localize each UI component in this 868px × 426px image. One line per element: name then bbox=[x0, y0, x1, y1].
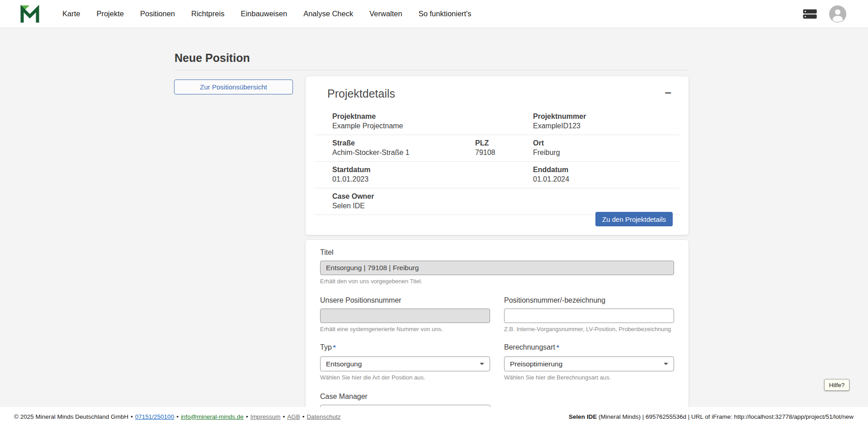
datenschutz-link[interactable]: Datenschutz bbox=[307, 413, 340, 420]
project-field-projektname: Projektname Example Projectname bbox=[332, 112, 533, 131]
project-field-value: 01.01.2023 bbox=[332, 174, 533, 184]
field-unsere-positionsnummer: Unsere Positionsnummer Erhält eine syste… bbox=[320, 296, 490, 333]
project-field-value: ExampleID123 bbox=[533, 121, 680, 131]
project-field-label: Projektnummer bbox=[533, 112, 680, 121]
titel-input bbox=[320, 261, 674, 275]
project-details-table: Projektname Example Projectname Projektn… bbox=[315, 108, 680, 215]
user-avatar-icon bbox=[829, 5, 846, 23]
project-field-case-owner: Case Owner Selen IDE bbox=[332, 192, 680, 211]
table-row: Startdatum 01.01.2023 Enddatum 01.01.202… bbox=[315, 162, 680, 188]
mineral-minds-logo-icon bbox=[20, 5, 40, 23]
berechnungsart-select[interactable]: Preisoptimierung bbox=[504, 356, 674, 371]
main-navigation: Karte Projekte Positionen Richtpreis Ein… bbox=[62, 9, 472, 18]
project-field-label: Case Owner bbox=[332, 192, 680, 201]
session-details: (Mineral Minds) | 69576255536d | URL of … bbox=[597, 413, 854, 420]
zur-positionsuebersicht-button[interactable]: Zur Positionsübersicht bbox=[174, 80, 293, 94]
typ-select[interactable]: Entsorgung bbox=[320, 356, 490, 371]
typ-helper-text: Wählen Sie hier die Art der Position aus… bbox=[320, 374, 490, 381]
positionsnummer-label: Positionsnummer/-bezeichnung bbox=[504, 296, 605, 305]
nav-item-so-funktionierts[interactable]: So funktioniert's bbox=[419, 9, 472, 18]
server-icon bbox=[802, 8, 817, 20]
nav-item-einbauweisen[interactable]: Einbauweisen bbox=[241, 9, 287, 18]
project-field-label: Startdatum bbox=[332, 165, 533, 174]
unsere-positionsnummer-label: Unsere Positionsnummer bbox=[320, 296, 401, 305]
unsere-positionsnummer-helper-text: Erhält eine systemgenerierte Nummer von … bbox=[320, 326, 490, 333]
berechnungsart-helper-text: Wählen Sie hier die Berechnungsart aus. bbox=[504, 374, 674, 381]
footer-separator: • bbox=[176, 413, 179, 420]
footer-separator: • bbox=[302, 413, 305, 420]
project-field-value: 01.01.2024 bbox=[533, 174, 680, 184]
project-field-projektnummer: Projektnummer ExampleID123 bbox=[533, 112, 680, 131]
project-field-label: PLZ bbox=[475, 138, 533, 148]
hilfe-button[interactable]: Hilfe? bbox=[824, 379, 849, 391]
mineral-minds-logo[interactable] bbox=[20, 5, 40, 23]
project-field-value: Selen IDE bbox=[332, 201, 680, 211]
nav-item-karte[interactable]: Karte bbox=[62, 9, 80, 18]
new-position-form-card: Titel Erhält den von uns vorgegebenen Ti… bbox=[306, 240, 689, 426]
project-field-value: Achim-Stocker-Straße 1 bbox=[332, 148, 475, 157]
copyright-text: © 2025 Mineral Minds Deutschland GmbH bbox=[14, 413, 128, 420]
positionsnummer-helper-text: Z.B. Interne-Vorgangsnummer, LV-Position… bbox=[504, 326, 674, 333]
agb-link[interactable]: AGB bbox=[287, 413, 300, 420]
table-row: Projektname Example Projectname Projektn… bbox=[315, 108, 680, 135]
berechnungsart-label: Berechnungsart bbox=[504, 343, 555, 352]
session-user: Selen IDE bbox=[569, 413, 597, 420]
project-field-ort: Ort Freiburg bbox=[533, 138, 680, 157]
titel-label: Titel bbox=[320, 248, 334, 257]
project-field-value: Example Projectname bbox=[332, 121, 533, 131]
project-field-value: Freiburg bbox=[533, 148, 680, 157]
nav-item-analyse-check[interactable]: Analyse Check bbox=[303, 9, 353, 18]
footer-separator: • bbox=[246, 413, 248, 420]
footer-left: © 2025 Mineral Minds Deutschland GmbH • … bbox=[14, 413, 340, 420]
email-link[interactable]: info@mineral-minds.de bbox=[181, 413, 244, 420]
phone-link[interactable]: 07151/250100 bbox=[135, 413, 174, 420]
project-field-strasse: Straße Achim-Stocker-Straße 1 bbox=[332, 138, 475, 157]
positionsnummer-input[interactable] bbox=[504, 309, 674, 323]
required-asterisk: * bbox=[557, 343, 559, 351]
typ-label: Typ bbox=[320, 343, 332, 352]
user-account-button[interactable] bbox=[829, 5, 846, 23]
projektdetails-card: Projektdetails – Projektname Example Pro… bbox=[306, 76, 689, 235]
chevron-down-icon bbox=[480, 363, 484, 365]
project-field-label: Projektname bbox=[332, 112, 533, 121]
nav-item-projekte[interactable]: Projekte bbox=[96, 9, 124, 18]
footer-session-info: Selen IDE (Mineral Minds) | 69576255536d… bbox=[569, 413, 854, 420]
form-grid: Unsere Positionsnummer Erhält eine syste… bbox=[320, 296, 674, 381]
collapse-button[interactable]: – bbox=[665, 87, 671, 97]
navbar-right bbox=[802, 5, 868, 23]
case-manager-label: Case Manager bbox=[320, 392, 368, 401]
required-asterisk: * bbox=[333, 343, 336, 351]
footer-separator: • bbox=[131, 413, 133, 420]
field-berechnungsart: Berechnungsart* Preisoptimierung Wählen … bbox=[504, 343, 674, 381]
chevron-down-icon bbox=[664, 363, 668, 365]
unsere-positionsnummer-input bbox=[320, 309, 490, 323]
footer-separator: • bbox=[283, 413, 285, 420]
table-row: Case Owner Selen IDE bbox=[315, 188, 680, 215]
project-field-startdatum: Startdatum 01.01.2023 bbox=[332, 165, 533, 184]
page-title: Neue Position bbox=[175, 51, 250, 65]
nav-item-verwalten[interactable]: Verwalten bbox=[369, 9, 402, 18]
project-field-label: Ort bbox=[533, 138, 680, 148]
table-row: Straße Achim-Stocker-Straße 1 PLZ 79108 … bbox=[315, 135, 680, 162]
project-field-label: Straße bbox=[332, 138, 475, 148]
projektdetails-title: Projektdetails bbox=[327, 87, 395, 100]
project-field-value: 79108 bbox=[475, 148, 533, 157]
top-navbar: Karte Projekte Positionen Richtpreis Ein… bbox=[0, 0, 868, 28]
server-button[interactable] bbox=[802, 8, 817, 20]
page-footer: © 2025 Mineral Minds Deutschland GmbH • … bbox=[0, 407, 868, 426]
title-divider bbox=[175, 70, 689, 70]
field-positionsnummer: Positionsnummer/-bezeichnung Z.B. Intern… bbox=[504, 296, 674, 333]
projektdetails-header: Projektdetails – bbox=[306, 76, 689, 100]
project-field-enddatum: Enddatum 01.01.2024 bbox=[533, 165, 680, 184]
typ-select-value: Entsorgung bbox=[326, 360, 362, 368]
titel-helper-text: Erhält den von uns vorgegebenen Titel. bbox=[320, 278, 674, 285]
project-field-plz: PLZ 79108 bbox=[475, 138, 533, 157]
impressum-link[interactable]: Impressum bbox=[250, 413, 281, 420]
project-field-label: Enddatum bbox=[533, 165, 680, 174]
nav-item-richtpreis[interactable]: Richtpreis bbox=[191, 9, 224, 18]
field-typ: Typ* Entsorgung Wählen Sie hier die Art … bbox=[320, 343, 490, 381]
berechnungsart-select-value: Preisoptimierung bbox=[510, 360, 562, 368]
zu-den-projektdetails-button[interactable]: Zu den Projektdetails bbox=[595, 212, 673, 226]
nav-item-positionen[interactable]: Positionen bbox=[140, 9, 175, 18]
